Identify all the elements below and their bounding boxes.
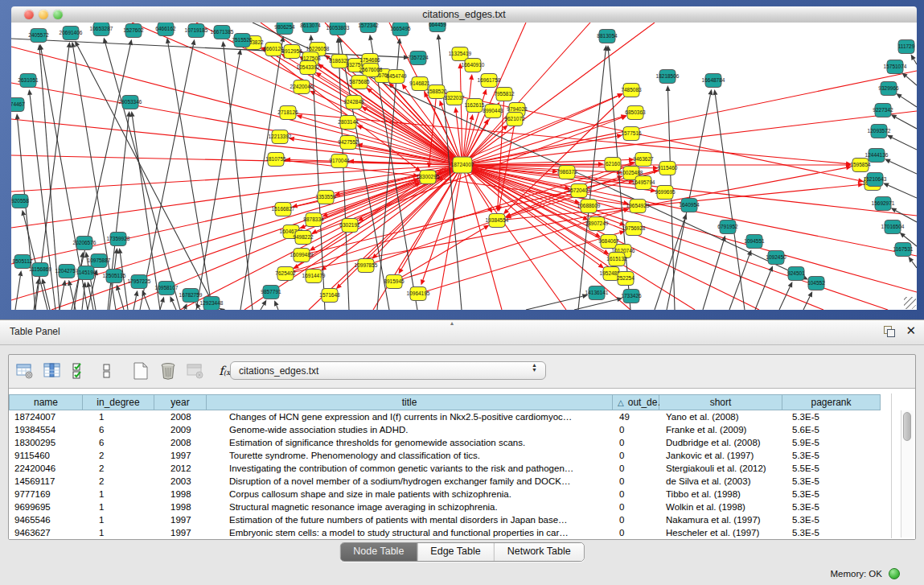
yellow-node-2718126[interactable]: 2718126 — [277, 106, 298, 120]
table-row[interactable]: 977716911998Corpus callosum shape and si… — [9, 488, 915, 501]
teal-node-10719185[interactable]: 10719185 — [185, 24, 208, 38]
table-row[interactable]: 1872400712008Changes of HCN gene express… — [9, 410, 915, 423]
yellow-node-1571648[interactable]: 1571648 — [319, 289, 340, 303]
teal-node-1167531[interactable]: 1167531 — [893, 243, 914, 257]
table-settings-button[interactable] — [14, 360, 36, 382]
teal-node-2405572[interactable]: 2405572 — [28, 29, 49, 43]
teal-node-774467[interactable]: 774467 — [11, 98, 25, 112]
table-row[interactable]: 1830029562008Estimation of significance … — [9, 436, 915, 449]
teal-node-7515526[interactable]: 7515526 — [232, 34, 253, 47]
yellow-node-9699695[interactable]: 9699695 — [655, 186, 676, 200]
yellow-node-8912954[interactable]: 8912954 — [281, 45, 302, 59]
yellow-node-9498222[interactable]: 9498222 — [293, 231, 314, 245]
float-panel-button[interactable] — [884, 326, 895, 337]
yellow-node-9427552[interactable]: 9427552 — [338, 136, 359, 150]
delete-attribute-button[interactable] — [157, 360, 179, 382]
teal-node-17359928[interactable]: 17359928 — [107, 233, 130, 246]
teal-node-1092450[interactable]: 1092450 — [766, 251, 786, 265]
teal-node-1094551[interactable]: 1094551 — [744, 235, 765, 249]
yellow-node-8878334[interactable]: 8878334 — [303, 213, 324, 227]
teal-node-12042757[interactable]: 12042757 — [55, 265, 79, 278]
yellow-node-18300295[interactable]: 18300295 — [417, 171, 440, 184]
table-row[interactable]: 946554611997Estimation of the future num… — [9, 513, 915, 526]
yellow-node-7625402[interactable]: 7625402 — [275, 267, 296, 281]
yellow-node-62160[interactable]: 62160 — [605, 158, 621, 171]
teal-node-9806254[interactable]: 9806254 — [274, 23, 295, 35]
yellow-node-9115460[interactable]: 9115460 — [658, 162, 678, 175]
yellow-node-8322037[interactable]: 8322037 — [444, 92, 465, 105]
yellow-node-9242848[interactable]: 9242848 — [343, 96, 364, 109]
yellow-node-15166827[interactable]: 15166827 — [272, 203, 295, 216]
teal-node-1572342[interactable]: 1572342 — [358, 23, 379, 33]
yellow-node-16495794[interactable]: 16495794 — [632, 176, 655, 190]
teal-node-111729[interactable]: 111729 — [898, 40, 915, 54]
yellow-node-22420046[interactable]: 22420046 — [290, 80, 314, 94]
yellow-node-7986372[interactable]: 7986372 — [556, 166, 577, 179]
table-row[interactable]: 1456911722003Disruption of a novel membe… — [9, 475, 915, 488]
yellow-node-19654923[interactable]: 19654923 — [626, 200, 650, 213]
tab-network-table[interactable]: Network Table — [494, 543, 584, 561]
yellow-node-16914479[interactable]: 16914479 — [302, 270, 326, 283]
scrollbar-thumb[interactable] — [903, 412, 911, 441]
teal-node-9329966[interactable]: 9329966 — [878, 82, 899, 96]
yellow-node-12213392[interactable]: 12213392 — [269, 130, 292, 144]
teal-node-12444136[interactable]: 12444136 — [865, 149, 889, 163]
teal-node-29053346[interactable]: 29053346 — [119, 96, 142, 109]
yellow-node-252254[interactable]: 252254 — [617, 272, 634, 286]
teal-node-9857791[interactable]: 9857791 — [261, 286, 281, 299]
teal-node-20206576[interactable]: 20206576 — [73, 237, 97, 250]
network-view-canvas[interactable]: 1872400774638228660124891295415226058912… — [11, 23, 917, 310]
teal-node-1665495[interactable]: 1665495 — [390, 23, 411, 36]
yellow-node-1577516[interactable]: 1577516 — [621, 127, 642, 141]
teal-node-7357224[interactable]: 7357224 — [408, 51, 429, 65]
yellow-node-1162615[interactable]: 1162615 — [465, 99, 485, 113]
show-rows-button[interactable] — [96, 360, 118, 382]
yellow-node-8660124[interactable]: 8660124 — [263, 43, 284, 56]
select-all-rows-button[interactable] — [68, 360, 91, 382]
teal-node-664459[interactable]: 664459 — [429, 23, 446, 32]
yellow-node-1353559[interactable]: 1353559 — [315, 191, 336, 204]
column-header-name[interactable]: name — [9, 394, 83, 410]
teal-node-924501[interactable]: 924501 — [787, 267, 805, 281]
teal-node-104552[interactable]: 104552 — [807, 277, 825, 290]
yellow-node-9170044[interactable]: 9170044 — [329, 154, 350, 168]
memory-ok-indicator[interactable] — [889, 568, 900, 579]
yellow-node-6302191[interactable]: 6302191 — [339, 219, 360, 233]
yellow-node-1810755[interactable]: 1810755 — [265, 153, 286, 167]
table-row[interactable]: 946362711997Embryonic stem cells: a mode… — [9, 526, 915, 539]
column-header-year[interactable]: year — [154, 394, 207, 410]
teal-node-9227342[interactable]: 9227342 — [873, 104, 893, 117]
table-row[interactable]: 2242004622012Investigating the contribut… — [9, 462, 915, 475]
yellow-node-2803144[interactable]: 2803144 — [338, 116, 359, 130]
teal-node-6466162[interactable]: 6466162 — [155, 23, 176, 36]
column-header-title[interactable]: title — [207, 394, 613, 410]
teal-node-16648784[interactable]: 16648784 — [702, 74, 725, 88]
teal-node-8813054[interactable]: 8813054 — [597, 30, 618, 43]
yellow-node-1615132[interactable]: 1615132 — [606, 253, 627, 266]
yellow-node-19756928[interactable]: 19756928 — [622, 222, 646, 236]
yellow-node-8915945[interactable]: 8915945 — [384, 275, 405, 289]
column-header-pagerank[interactable]: pagerank — [782, 394, 881, 410]
table-vertical-scrollbar[interactable] — [901, 410, 914, 538]
teal-node-8613074[interactable]: 8613074 — [300, 23, 321, 33]
yellow-node-18724007[interactable]: 18724007 — [451, 157, 474, 173]
teal-node-10958107[interactable]: 10958107 — [155, 282, 179, 295]
teal-node-12923448[interactable]: 12923448 — [200, 297, 224, 311]
close-panel-button[interactable]: ✕ — [906, 323, 916, 338]
new-file-button[interactable] — [129, 360, 152, 382]
column-header-short[interactable]: short — [659, 394, 782, 410]
teal-node-12093572[interactable]: 12093572 — [868, 125, 891, 138]
column-header-in_degree[interactable]: in_degree — [83, 394, 154, 410]
yellow-node-10997855[interactable]: 10997855 — [355, 259, 378, 273]
network-table-select[interactable]: citations_edges.txt ▲▼ — [230, 361, 546, 380]
yellow-node-16961758[interactable]: 16961758 — [478, 74, 501, 88]
teal-node-10653287[interactable]: 10653287 — [90, 23, 113, 36]
splitter-handle-icon[interactable]: ▴ — [450, 319, 454, 327]
network-window-titlebar[interactable]: citations_edges.txt — [11, 6, 917, 23]
yellow-node-1595854[interactable]: 1595854 — [850, 159, 871, 172]
table-row[interactable]: 911546021997Tourette syndrome. Phenomeno… — [9, 449, 915, 462]
teal-node-20691406[interactable]: 20691406 — [60, 27, 83, 40]
yellow-node-9463627[interactable]: 9463627 — [633, 153, 654, 167]
teal-node-16210643[interactable]: 16210643 — [864, 173, 887, 187]
teal-node-11156869[interactable]: 11156869 — [29, 263, 51, 277]
